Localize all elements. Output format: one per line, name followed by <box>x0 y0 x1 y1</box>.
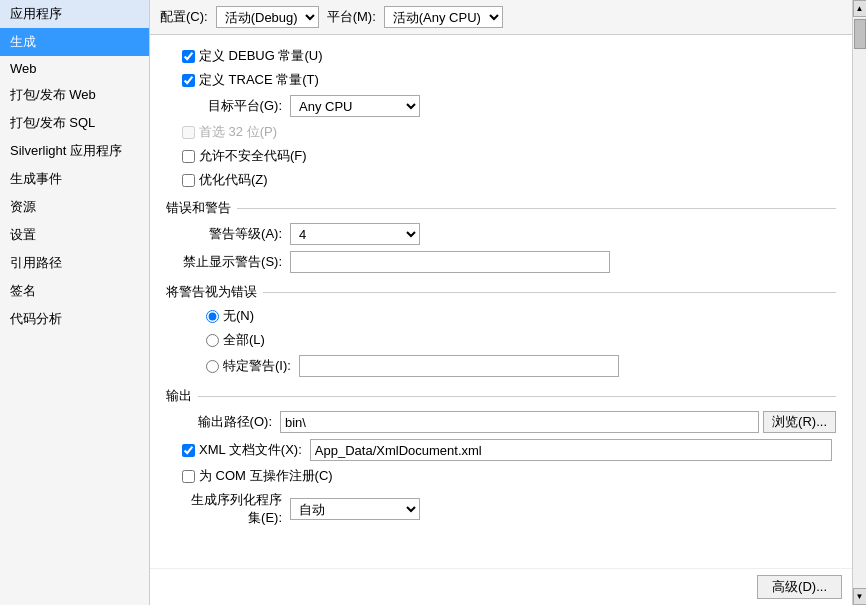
sidebar-item-resources[interactable]: 资源 <box>0 193 149 221</box>
allow-unsafe-label[interactable]: 允许不安全代码(F) <box>182 147 307 165</box>
sidebar-item-build[interactable]: 生成 <box>0 28 149 56</box>
allow-unsafe-row: 允许不安全代码(F) <box>166 147 836 165</box>
treat-none-row: 无(N) <box>166 307 836 325</box>
suppress-warnings-input[interactable] <box>290 251 610 273</box>
sidebar: 应用程序 生成 Web 打包/发布 Web 打包/发布 SQL Silverli… <box>0 0 150 605</box>
form-area: 定义 DEBUG 常量(U) 定义 TRACE 常量(T) 目标平台(G): A… <box>150 35 852 568</box>
target-platform-label: 目标平台(G): <box>182 97 282 115</box>
warning-level-label: 警告等级(A): <box>182 225 282 243</box>
advanced-row: 高级(D)... <box>150 568 852 605</box>
serialization-row: 生成序列化程序集(E): 自动 开 关 <box>166 491 836 527</box>
define-debug-row: 定义 DEBUG 常量(U) <box>166 47 836 65</box>
define-debug-label[interactable]: 定义 DEBUG 常量(U) <box>182 47 323 65</box>
sidebar-item-reference-paths[interactable]: 引用路径 <box>0 249 149 277</box>
treat-all-radio[interactable] <box>206 334 219 347</box>
sidebar-item-signing[interactable]: 签名 <box>0 277 149 305</box>
prefer32-row: 首选 32 位(P) <box>166 123 836 141</box>
optimize-label[interactable]: 优化代码(Z) <box>182 171 268 189</box>
suppress-warnings-row: 禁止显示警告(S): <box>166 251 836 273</box>
sidebar-item-app[interactable]: 应用程序 <box>0 0 149 28</box>
allow-unsafe-checkbox[interactable] <box>182 150 195 163</box>
treat-all-row: 全部(L) <box>166 331 836 349</box>
sidebar-item-publish-web[interactable]: 打包/发布 Web <box>0 81 149 109</box>
treat-warnings-header: 将警告视为错误 <box>166 283 836 301</box>
treat-specific-input[interactable] <box>299 355 619 377</box>
scroll-up-arrow[interactable]: ▲ <box>853 0 867 17</box>
com-register-checkbox[interactable] <box>182 470 195 483</box>
sidebar-item-publish-sql[interactable]: 打包/发布 SQL <box>0 109 149 137</box>
toolbar: 配置(C): 活动(Debug) Debug Release 所有配置 平台(M… <box>150 0 852 35</box>
suppress-warnings-label: 禁止显示警告(S): <box>182 253 282 271</box>
main-container: 应用程序 生成 Web 打包/发布 Web 打包/发布 SQL Silverli… <box>0 0 866 605</box>
warning-level-select[interactable]: 0 1 2 3 4 <box>290 223 420 245</box>
optimize-checkbox[interactable] <box>182 174 195 187</box>
treat-specific-radio[interactable] <box>206 360 219 373</box>
treat-specific-label[interactable]: 特定警告(I): <box>206 357 291 375</box>
sidebar-item-code-analysis[interactable]: 代码分析 <box>0 305 149 333</box>
platform-select[interactable]: 活动(Any CPU) Any CPU x86 x64 <box>384 6 503 28</box>
com-register-label[interactable]: 为 COM 互操作注册(C) <box>182 467 333 485</box>
scroll-thumb[interactable] <box>854 19 866 49</box>
content-panel: 配置(C): 活动(Debug) Debug Release 所有配置 平台(M… <box>150 0 852 605</box>
treat-all-label[interactable]: 全部(L) <box>206 331 265 349</box>
define-trace-label[interactable]: 定义 TRACE 常量(T) <box>182 71 319 89</box>
warning-level-row: 警告等级(A): 0 1 2 3 4 <box>166 223 836 245</box>
output-path-row: 输出路径(O): 浏览(R)... <box>166 411 836 433</box>
sidebar-item-build-events[interactable]: 生成事件 <box>0 165 149 193</box>
right-scrollbar: ▲ ▼ <box>852 0 866 605</box>
scroll-track[interactable] <box>853 51 867 588</box>
sidebar-item-silverlight[interactable]: Silverlight 应用程序 <box>0 137 149 165</box>
advanced-button[interactable]: 高级(D)... <box>757 575 842 599</box>
xml-doc-row: XML 文档文件(X): <box>166 439 836 461</box>
platform-label: 平台(M): <box>327 8 376 26</box>
serialization-select[interactable]: 自动 开 关 <box>290 498 420 520</box>
xml-doc-checkbox[interactable] <box>182 444 195 457</box>
browse-button[interactable]: 浏览(R)... <box>763 411 836 433</box>
config-select[interactable]: 活动(Debug) Debug Release 所有配置 <box>216 6 319 28</box>
target-platform-row: 目标平台(G): Any CPU x86 x64 Itanium <box>166 95 836 117</box>
prefer32-label: 首选 32 位(P) <box>182 123 277 141</box>
config-label: 配置(C): <box>160 8 208 26</box>
output-path-label: 输出路径(O): <box>182 413 272 431</box>
define-trace-row: 定义 TRACE 常量(T) <box>166 71 836 89</box>
output-header: 输出 <box>166 387 836 405</box>
xml-doc-input[interactable] <box>310 439 832 461</box>
sidebar-item-web[interactable]: Web <box>0 56 149 81</box>
sidebar-item-settings[interactable]: 设置 <box>0 221 149 249</box>
define-debug-checkbox[interactable] <box>182 50 195 63</box>
output-path-input[interactable] <box>280 411 759 433</box>
treat-specific-row: 特定警告(I): <box>166 355 836 377</box>
optimize-row: 优化代码(Z) <box>166 171 836 189</box>
xml-doc-label: XML 文档文件(X): <box>182 441 302 459</box>
target-platform-select[interactable]: Any CPU x86 x64 Itanium <box>290 95 420 117</box>
define-trace-checkbox[interactable] <box>182 74 195 87</box>
scroll-down-arrow[interactable]: ▼ <box>853 588 867 605</box>
errors-warnings-header: 错误和警告 <box>166 199 836 217</box>
treat-none-label[interactable]: 无(N) <box>206 307 254 325</box>
prefer32-checkbox <box>182 126 195 139</box>
serialization-label: 生成序列化程序集(E): <box>182 491 282 527</box>
treat-none-radio[interactable] <box>206 310 219 323</box>
com-register-row: 为 COM 互操作注册(C) <box>166 467 836 485</box>
